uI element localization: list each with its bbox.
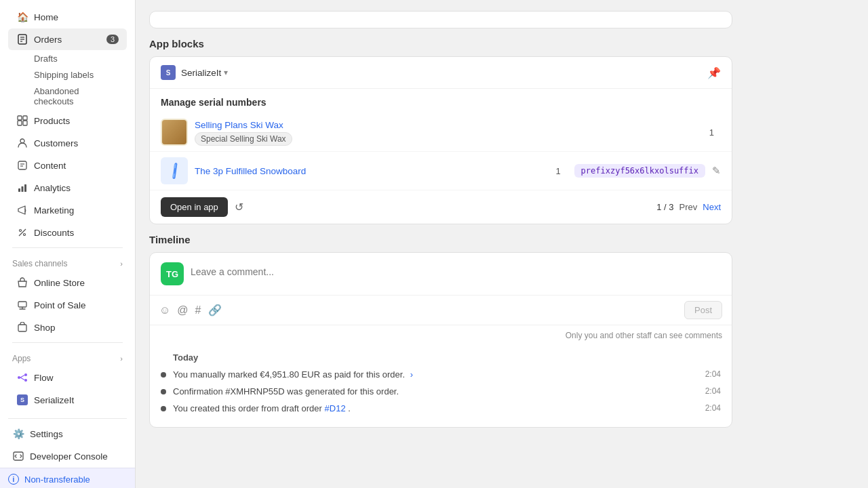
- sidebar-item-content[interactable]: Content: [8, 155, 127, 176]
- non-transferable-banner[interactable]: i Non-transferable: [0, 468, 135, 488]
- open-in-app-button[interactable]: Open in app: [161, 197, 228, 217]
- svg-point-23: [24, 373, 27, 376]
- product-count-2: 1: [555, 166, 560, 176]
- app-blocks-card-footer: Open in app ↺ 1 / 3 Prev Next: [150, 190, 732, 224]
- sidebar-bottom: ⚙️ Settings Developer Console i Non-tran…: [0, 414, 135, 488]
- timeline-text-1: Confirmation #XMHRNP55D was generated fo…: [173, 386, 698, 396]
- pagination-current: 1 / 3: [656, 202, 673, 212]
- mention-icon[interactable]: @: [177, 304, 188, 317]
- app-blocks-card: S SerializeIt ▾ 📌 Manage serial numbers …: [149, 56, 732, 224]
- sidebar-discounts-label: Discounts: [34, 228, 119, 238]
- sidebar-item-abandoned-checkouts[interactable]: Abandoned checkouts: [8, 83, 127, 109]
- developer-console-icon: [12, 450, 24, 462]
- analytics-icon: [16, 182, 28, 194]
- post-button[interactable]: Post: [684, 301, 722, 319]
- product-info-1: Selling Plans Ski Wax Special Selling Sk…: [195, 119, 703, 146]
- timeline-entry-0: You manually marked €4,951.80 EUR as pai…: [161, 369, 721, 380]
- svg-rect-4: [18, 121, 22, 125]
- draft-order-link[interactable]: #D12: [325, 403, 346, 413]
- product-name-2[interactable]: The 3p Fulfilled Snowboard: [195, 166, 306, 176]
- info-icon: i: [8, 474, 19, 485]
- svg-rect-13: [22, 186, 24, 192]
- tag-icon[interactable]: #: [195, 304, 201, 317]
- timeline-text-2: You created this order from draft order …: [173, 403, 698, 413]
- divider-sales-channels: [12, 247, 123, 248]
- sidebar-item-drafts[interactable]: Drafts: [8, 51, 127, 66]
- pos-icon: [16, 299, 28, 311]
- sidebar-item-settings[interactable]: ⚙️ Settings: [4, 423, 131, 445]
- svg-rect-12: [18, 188, 20, 192]
- timeline-title: Timeline: [149, 234, 732, 245]
- pin-icon[interactable]: 📌: [707, 66, 721, 79]
- discounts-icon: [16, 226, 28, 239]
- sidebar-pos-label: Point of Sale: [34, 300, 119, 310]
- sidebar-item-orders[interactable]: Orders 3: [8, 28, 127, 50]
- sidebar-item-products[interactable]: Products: [8, 110, 127, 131]
- sidebar-flow-label: Flow: [34, 373, 119, 383]
- sidebar-item-marketing[interactable]: Marketing: [8, 199, 127, 221]
- svg-point-16: [24, 234, 26, 236]
- serializeit-dropdown[interactable]: SerializeIt ▾: [181, 68, 228, 78]
- prev-button[interactable]: Prev: [679, 202, 698, 212]
- emoji-icon[interactable]: ☺: [159, 304, 170, 317]
- svg-line-26: [20, 378, 24, 380]
- today-label: Today: [161, 352, 721, 363]
- sidebar-item-customers[interactable]: Customers: [8, 132, 127, 154]
- svg-rect-18: [18, 302, 26, 307]
- sidebar-item-online-store[interactable]: Online Store: [8, 272, 127, 293]
- sidebar-item-shop[interactable]: Shop: [8, 317, 127, 338]
- sidebar-shop-label: Shop: [34, 323, 119, 333]
- timeline-time-0: 2:04: [705, 369, 721, 379]
- app-blocks-card-header: S SerializeIt ▾ 📌: [150, 57, 732, 89]
- sidebar-content-label: Content: [34, 161, 119, 171]
- marketing-icon: [16, 204, 28, 216]
- divider-apps: [12, 342, 123, 343]
- sidebar-item-home[interactable]: 🏠 Home: [8, 6, 127, 28]
- sidebar-item-analytics[interactable]: Analytics: [8, 177, 127, 199]
- edit-serial-icon[interactable]: ✎: [712, 165, 721, 177]
- sidebar-customers-label: Customers: [34, 138, 119, 148]
- top-card-stub: [149, 11, 732, 28]
- sidebar-item-developer-console[interactable]: Developer Console: [4, 445, 131, 467]
- sidebar-home-label: Home: [34, 12, 119, 22]
- dropdown-chevron: ▾: [224, 68, 228, 77]
- comment-input[interactable]: [191, 262, 721, 281]
- serializeit-icon: S: [16, 394, 28, 406]
- svg-rect-6: [18, 116, 22, 120]
- orders-badge: 3: [106, 35, 119, 44]
- sidebar-settings-label: Settings: [30, 429, 123, 439]
- product-thumb-2: [161, 157, 188, 184]
- sidebar-section-apps[interactable]: Apps ›: [4, 347, 131, 366]
- sidebar-item-discounts[interactable]: Discounts: [8, 222, 127, 243]
- svg-line-17: [19, 229, 26, 236]
- timeline-card: TG ☺ @ # 🔗 Post Only you and other staff…: [149, 252, 732, 428]
- sidebar-item-point-of-sale[interactable]: Point of Sale: [8, 294, 127, 316]
- orders-icon: [16, 33, 28, 45]
- online-store-icon: [16, 277, 28, 289]
- timeline-dot-0: [161, 372, 166, 378]
- manage-serial-title: Manage serial numbers: [150, 89, 732, 113]
- sidebar-item-shipping-labels[interactable]: Shipping labels: [8, 67, 127, 83]
- svg-point-15: [20, 230, 22, 232]
- pagination: 1 / 3 Prev Next: [656, 202, 721, 212]
- sidebar-section-sales-channels[interactable]: Sales channels ›: [4, 252, 131, 271]
- product-thumb-inner-1: [162, 120, 186, 144]
- sidebar: 🏠 Home Orders 3 Drafts Shipping labels A…: [0, 0, 136, 488]
- link-icon[interactable]: 🔗: [208, 304, 222, 317]
- product-tag-1: Special Selling Ski Wax: [195, 132, 292, 146]
- customers-icon: [16, 137, 28, 149]
- timeline-dot-2: [161, 406, 166, 411]
- next-button[interactable]: Next: [703, 202, 721, 212]
- sidebar-item-serializeit[interactable]: S SerializeIt: [8, 389, 127, 411]
- refresh-icon[interactable]: ↺: [235, 201, 243, 214]
- sidebar-item-flow[interactable]: Flow: [8, 367, 127, 388]
- home-icon: 🏠: [16, 11, 28, 23]
- staff-note: Only you and other staff can see comment…: [150, 325, 732, 346]
- product-name-1[interactable]: Selling Plans Ski Wax: [195, 120, 283, 130]
- timeline-entry-2: You created this order from draft order …: [161, 403, 721, 413]
- app-blocks-title: App blocks: [149, 38, 732, 49]
- svg-rect-21: [18, 325, 26, 331]
- apps-section-label: Apps: [12, 354, 31, 363]
- product-count-1: 1: [709, 127, 714, 138]
- serial-badge: prefixzyf56x6lkxolsuffix: [574, 164, 705, 178]
